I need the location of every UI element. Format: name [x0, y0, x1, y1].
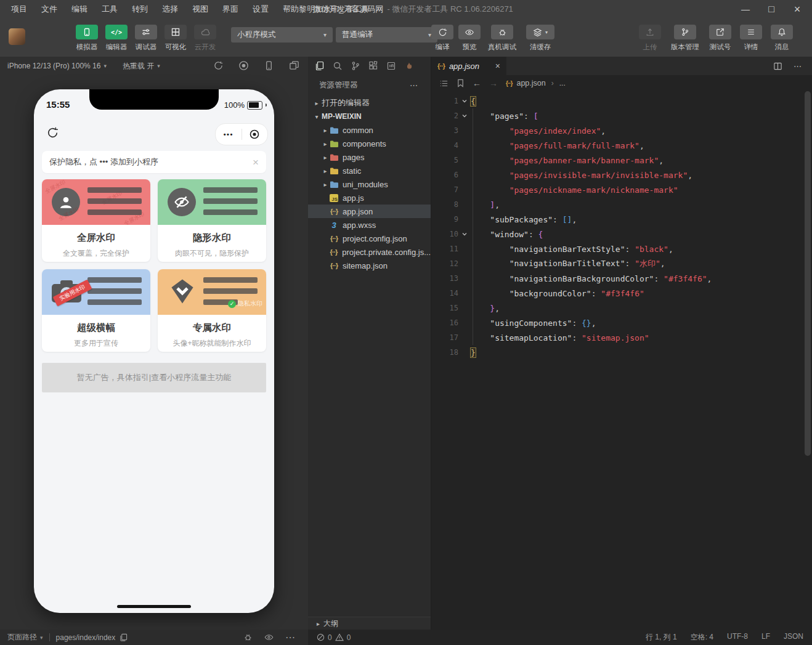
status-item[interactable]: LF: [761, 632, 770, 643]
code-line-12[interactable]: 12 "navigationBarTitleText": "水印",: [431, 256, 812, 271]
capsule-close-button[interactable]: [242, 129, 268, 140]
fold-chevron-icon[interactable]: [458, 113, 471, 119]
card-全屏水印[interactable]: 全屏水印 全屏水印 全屏水印 全屏水印全屏水印全文覆盖，完全保护: [42, 179, 150, 262]
banner-close-icon[interactable]: ×: [253, 157, 259, 168]
restart-icon[interactable]: [213, 60, 224, 71]
tree-item-pages[interactable]: ▸pages: [308, 150, 431, 164]
menu-item-选择[interactable]: 选择: [160, 4, 181, 15]
plugin-flame-icon[interactable]: [404, 62, 413, 71]
status-item[interactable]: 空格: 4: [691, 632, 713, 643]
tab-close-icon[interactable]: ×: [495, 61, 500, 71]
code-line-6[interactable]: 6 "pages/invisible-mark/invisible-mark",: [431, 168, 812, 182]
page-refresh-icon[interactable]: [46, 126, 59, 139]
tree-item-components[interactable]: ▸components: [308, 137, 431, 150]
menu-item-文件[interactable]: 文件: [39, 4, 60, 15]
preview-button[interactable]: 预览: [456, 25, 483, 52]
code-line-16[interactable]: 16 "usingComponents": {},: [431, 315, 812, 330]
tree-item-project.config.json[interactable]: {··}project.config.json: [308, 232, 431, 245]
code-line-10[interactable]: 10 "window": {: [431, 227, 812, 241]
multi-window-icon[interactable]: [289, 60, 299, 71]
code-line-4[interactable]: 4 "pages/full-mark/full-mark",: [431, 138, 812, 153]
user-avatar[interactable]: [9, 28, 25, 45]
capsule-menu-button[interactable]: •••: [216, 131, 242, 138]
extensions-icon[interactable]: [368, 61, 378, 71]
version-button[interactable]: 版本管理: [665, 25, 705, 52]
tree-item-common[interactable]: ▸common: [308, 123, 431, 137]
tree-item-[interactable]: ▸打开的编辑器: [308, 96, 431, 110]
vconsole-bug-icon[interactable]: [243, 633, 253, 642]
mode-select[interactable]: 小程序模式 ▾: [231, 27, 333, 43]
explorer-more-icon[interactable]: ⋯: [410, 81, 418, 90]
code-area[interactable]: 1{2 "pages": [3 "pages/index/index",4 "p…: [431, 91, 812, 630]
menu-item-视图[interactable]: 视图: [190, 4, 211, 15]
fold-chevron-icon[interactable]: [458, 98, 471, 104]
code-line-11[interactable]: 11 "navigationBarTextStyle": "black",: [431, 241, 812, 256]
editor-button[interactable]: </>编辑器: [102, 25, 131, 52]
breadcrumb-file[interactable]: app.json: [516, 79, 545, 87]
clear-cache-button[interactable]: ▾清缓存: [521, 25, 559, 52]
simulator-button[interactable]: 模拟器: [72, 25, 102, 52]
card-专属水印[interactable]: ✓隐私水印专属水印头像+昵称就能制作水印: [158, 269, 266, 352]
card-隐形水印[interactable]: 隐形水印肉眼不可见，隐形保护: [158, 179, 266, 262]
test-account-button[interactable]: 测试号: [705, 25, 736, 52]
code-line-5[interactable]: 5 "pages/banner-mark/banner-mark",: [431, 153, 812, 168]
code-line-17[interactable]: 17 "sitemapLocation": "sitemap.json": [431, 330, 812, 345]
split-editor-icon[interactable]: [773, 62, 782, 71]
menu-item-工具[interactable]: 工具: [99, 4, 120, 15]
more-icon[interactable]: ⋯: [285, 631, 296, 643]
messages-button[interactable]: 消息: [766, 25, 797, 52]
card-超级横幅[interactable]: 实验用水印超级横幅更多用于宣传: [42, 269, 150, 352]
device-frame-icon[interactable]: [264, 60, 274, 71]
fold-chevron-icon[interactable]: [458, 231, 471, 237]
status-item[interactable]: UTF-8: [727, 632, 748, 643]
breadcrumb-symbol[interactable]: ...: [559, 79, 566, 87]
outline-list-icon[interactable]: [439, 79, 449, 88]
menu-item-转到[interactable]: 转到: [129, 4, 150, 15]
tree-item-app.json[interactable]: {··}app.json: [308, 205, 431, 218]
close-button[interactable]: ×: [789, 2, 806, 17]
menu-item-设置[interactable]: 设置: [250, 4, 271, 15]
nav-forward-icon[interactable]: →: [489, 78, 498, 88]
code-line-15[interactable]: 15 },: [431, 301, 812, 315]
nav-back-icon[interactable]: ←: [473, 78, 481, 88]
search-icon[interactable]: [333, 61, 343, 71]
device-selector[interactable]: iPhone 12/13 (Pro) 100% 16: [7, 62, 100, 70]
preview-eye-icon[interactable]: [264, 633, 274, 642]
compile-mode-select[interactable]: 普通编译 ▾: [336, 27, 437, 43]
explorer-files-icon[interactable]: [315, 61, 325, 71]
problems-indicator[interactable]: 0 0: [317, 633, 351, 642]
menu-item-帮助[interactable]: 帮助: [280, 4, 301, 15]
code-line-18[interactable]: 18}: [431, 345, 812, 360]
details-button[interactable]: 详情: [736, 25, 766, 52]
code-line-2[interactable]: 2 "pages": [: [431, 108, 812, 123]
tree-item-static[interactable]: ▸static: [308, 164, 431, 177]
debugger-button[interactable]: 调试器: [131, 25, 161, 52]
record-icon[interactable]: [238, 60, 249, 71]
code-line-14[interactable]: 14 "backgroundColor": "#f3f4f6": [431, 286, 812, 301]
outline-section[interactable]: ▸ 大纲: [308, 617, 431, 630]
code-line-1[interactable]: 1{: [431, 94, 812, 108]
code-line-8[interactable]: 8 ],: [431, 197, 812, 212]
menu-item-界面[interactable]: 界面: [220, 4, 241, 15]
editor-scrollbar[interactable]: [805, 91, 811, 456]
compile-button[interactable]: 编译: [429, 25, 456, 52]
editor-more-icon[interactable]: ⋯: [794, 62, 802, 71]
status-item[interactable]: JSON: [784, 632, 803, 643]
code-line-3[interactable]: 3 "pages/index/index",: [431, 123, 812, 138]
menu-item-项目[interactable]: 项目: [9, 4, 30, 15]
bookmark-icon[interactable]: [457, 79, 465, 87]
hot-reload-toggle[interactable]: 热重载 开: [123, 61, 154, 71]
tree-item-project.private.config.js...[interactable]: {··}project.private.config.js...: [308, 245, 431, 259]
status-item[interactable]: 行 1, 列 1: [646, 632, 677, 643]
menu-item-编辑[interactable]: 编辑: [69, 4, 90, 15]
copy-path-icon[interactable]: [120, 633, 128, 641]
tree-item-app.js[interactable]: JSapp.js: [308, 191, 431, 205]
code-line-13[interactable]: 13 "navigationBarBackgroundColor": "#f3f…: [431, 271, 812, 286]
minimize-button[interactable]: —: [737, 2, 754, 17]
code-line-7[interactable]: 7 "pages/nickname-mark/nickname-mark": [431, 182, 812, 197]
page-path-selector[interactable]: 页面路径: [7, 632, 37, 643]
tab-app-json[interactable]: {··} app.json ×: [431, 57, 506, 75]
visual-button[interactable]: 可视化: [161, 25, 190, 52]
tree-item-uni_modules[interactable]: ▸uni_modules: [308, 177, 431, 191]
source-control-icon[interactable]: [351, 61, 360, 71]
